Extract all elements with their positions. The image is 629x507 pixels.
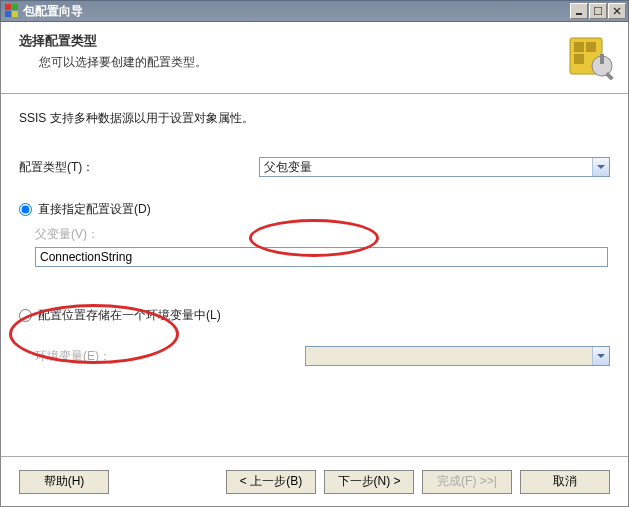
wizard-header: 选择配置类型 您可以选择要创建的配置类型。 (1, 22, 628, 94)
wizard-icon (568, 32, 616, 80)
config-type-select[interactable]: 父包变量 (259, 157, 610, 177)
app-icon (5, 4, 19, 18)
description-text: SSIS 支持多种数据源以用于设置对象属性。 (19, 110, 610, 127)
finish-button: 完成(F) >>| (422, 470, 512, 494)
env-var-radio-label: 配置位置存储在一个环境变量中(L) (38, 307, 221, 324)
env-var-label: 环境变量(E)： (35, 348, 305, 365)
window-body: 选择配置类型 您可以选择要创建的配置类型。 SSIS 支持多种数据源以用于设置对… (0, 22, 629, 507)
direct-settings-label: 直接指定配置设置(D) (38, 201, 151, 218)
svg-rect-9 (574, 42, 584, 52)
page-subtitle: 您可以选择要创建的配置类型。 (19, 54, 558, 71)
page-title: 选择配置类型 (19, 32, 558, 50)
radio-env-row: 配置位置存储在一个环境变量中(L) (19, 307, 610, 324)
titlebar: 包配置向导 (0, 0, 629, 22)
parent-variable-label: 父变量(V)： (35, 226, 610, 243)
svg-rect-11 (574, 54, 584, 64)
svg-rect-4 (576, 13, 582, 15)
window-title: 包配置向导 (23, 3, 83, 20)
env-var-select (305, 346, 610, 366)
chevron-down-icon[interactable] (592, 158, 609, 176)
back-button[interactable]: < 上一步(B) (226, 470, 316, 494)
svg-rect-1 (12, 4, 18, 10)
config-type-value: 父包变量 (260, 158, 592, 177)
env-var-value (306, 355, 592, 357)
content-area: SSIS 支持多种数据源以用于设置对象属性。 配置类型(T)： 父包变量 直接指… (1, 94, 628, 456)
chevron-down-icon (592, 347, 609, 365)
config-type-row: 配置类型(T)： 父包变量 (19, 157, 610, 177)
maximize-button[interactable] (589, 3, 607, 19)
minimize-button[interactable] (570, 3, 588, 19)
config-type-label: 配置类型(T)： (19, 159, 259, 176)
svg-rect-10 (586, 42, 596, 52)
direct-settings-radio[interactable] (19, 203, 32, 216)
wizard-footer: 帮助(H) < 上一步(B) 下一步(N) > 完成(F) >>| 取消 (1, 456, 628, 506)
help-button[interactable]: 帮助(H) (19, 470, 109, 494)
svg-rect-2 (5, 11, 11, 17)
close-button[interactable] (608, 3, 626, 19)
env-var-row: 环境变量(E)： (35, 346, 610, 366)
next-button[interactable]: 下一步(N) > (324, 470, 414, 494)
svg-rect-13 (600, 54, 604, 64)
svg-rect-0 (5, 4, 11, 10)
radio-direct-row: 直接指定配置设置(D) (19, 201, 610, 218)
parent-variable-input[interactable] (35, 247, 608, 267)
window-controls (570, 3, 628, 19)
svg-rect-5 (594, 7, 602, 15)
env-var-radio[interactable] (19, 309, 32, 322)
cancel-button[interactable]: 取消 (520, 470, 610, 494)
svg-rect-3 (12, 11, 18, 17)
